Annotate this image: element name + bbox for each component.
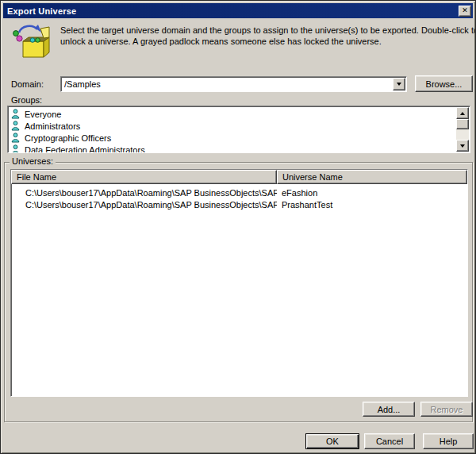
titlebar[interactable]: Export Universe ✕ [3, 3, 473, 18]
add-button[interactable]: Add... [363, 402, 415, 417]
description-line-1: Select the target universe domain and th… [60, 25, 469, 36]
universe-row-efashion[interactable]: C:\Users\bouser17\AppData\Roaming\SAP Bu… [11, 187, 467, 198]
group-item-label: Everyone [25, 110, 61, 119]
user-group-icon [11, 144, 20, 153]
groups-scrollbar[interactable] [456, 107, 469, 152]
domain-value[interactable]: /Samples [64, 79, 390, 89]
chevron-down-icon [397, 83, 401, 86]
column-header-universe-name[interactable]: Universe Name [277, 170, 467, 184]
group-item-administrators[interactable]: Administrators [8, 120, 470, 132]
dialog-description: Select the target universe domain and th… [60, 25, 469, 47]
close-icon[interactable]: ✕ [459, 6, 471, 17]
user-group-icon [11, 109, 20, 119]
description-line-2: unlock a universe. A grayed padlock mean… [60, 36, 469, 47]
domain-label: Domain: [11, 79, 44, 89]
cancel-button[interactable]: Cancel [364, 433, 415, 449]
ok-button[interactable]: OK [305, 433, 359, 449]
group-item-label: Cryptographic Officers [25, 133, 111, 143]
window-title: Export Universe [7, 6, 459, 16]
universes-groupbox: Universes: File Name Universe Name C:\Us… [4, 162, 473, 422]
universes-list: File Name Universe Name C:\Users\bouser1… [10, 169, 468, 397]
domain-dropdown-button[interactable] [393, 78, 405, 90]
scroll-up-icon[interactable] [456, 107, 469, 119]
export-universe-dialog: Export Universe ✕ Select the target univ… [0, 0, 476, 454]
groups-label: Groups: [11, 95, 42, 105]
universe-name: PrashantTest [277, 200, 467, 210]
universe-file-name: C:\Users\bouser17\AppData\Roaming\SAP Bu… [11, 200, 277, 210]
group-item-everyone[interactable]: Everyone [8, 108, 470, 120]
scrollbar-thumb[interactable] [456, 119, 469, 129]
group-item-data-federation-administrators[interactable]: Data Federation Administrators [8, 144, 470, 153]
universe-file-name: C:\Users\bouser17\AppData\Roaming\SAP Bu… [11, 188, 277, 198]
remove-button[interactable]: Remove [420, 402, 473, 417]
group-item-cryptographic-officers[interactable]: Cryptographic Officers [8, 132, 470, 144]
export-universe-icon [11, 23, 51, 61]
help-button[interactable]: Help [423, 433, 474, 449]
scroll-down-icon[interactable] [456, 140, 469, 152]
universe-name: eFashion [277, 188, 467, 198]
universes-label: Universes: [10, 156, 56, 166]
universes-list-header: File Name Universe Name [11, 170, 467, 184]
user-group-icon [11, 133, 20, 143]
browse-button[interactable]: Browse... [415, 75, 473, 92]
group-item-label: Administrators [25, 121, 80, 131]
column-header-file-name[interactable]: File Name [11, 170, 277, 184]
groups-list: Everyone Administrators Cryptographic Of… [7, 106, 470, 153]
domain-combobox[interactable]: /Samples [60, 76, 407, 92]
universe-row-prashanttest[interactable]: C:\Users\bouser17\AppData\Roaming\SAP Bu… [11, 198, 467, 210]
group-item-label: Data Federation Administrators [25, 145, 145, 154]
user-group-icon [11, 121, 20, 131]
